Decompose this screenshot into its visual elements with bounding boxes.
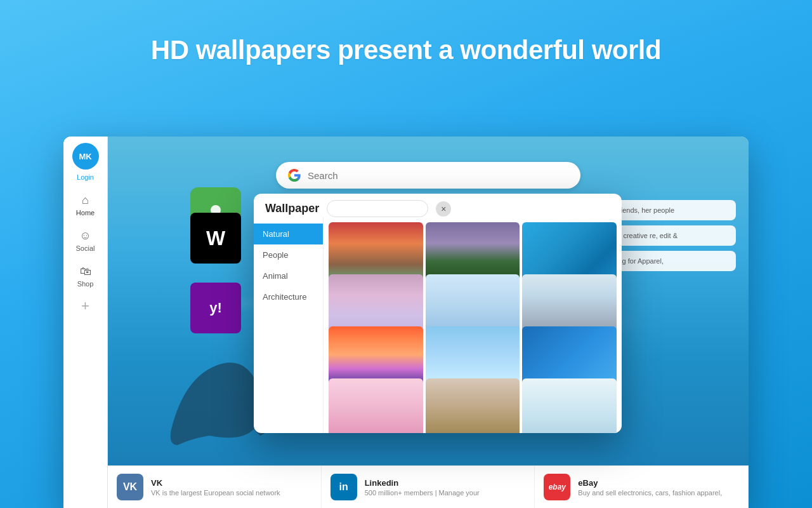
sidebar-card-1: friends, her people: [609, 200, 736, 220]
modal-header-row: Wallpaper 🔍 ×: [254, 194, 622, 217]
app-item-vk[interactable]: VK VK VK is the largest European social …: [108, 465, 322, 508]
login-label[interactable]: Login: [77, 173, 94, 181]
category-natural[interactable]: Natural: [254, 224, 323, 244]
vk-logo: VK: [117, 474, 143, 500]
modal-body: Natural People Animal Architecture: [254, 217, 622, 433]
linkedin-text: Linkedin 500 million+ members | Manage y…: [365, 478, 526, 497]
wallpaper-thumb-12[interactable]: [522, 378, 617, 433]
vk-text: VK VK is the largest European social net…: [151, 478, 312, 497]
sidebar-card-3: ing for Apparel,: [609, 251, 736, 271]
ebay-text: eBay Buy and sell electronics, cars, fas…: [578, 478, 739, 497]
add-button[interactable]: +: [81, 298, 89, 314]
sidebar-item-social-label: Social: [76, 244, 95, 252]
sidebar-card-1-text: friends, her people: [617, 206, 674, 214]
sidebar-item-shop-label: Shop: [77, 280, 94, 288]
yahoo-icon[interactable]: y!: [190, 283, 241, 333]
modal-search-wrap: 🔍: [327, 200, 428, 217]
sidebar-cards: friends, her people & creative re, edit …: [609, 200, 736, 271]
modal-categories: Natural People Animal Architecture: [254, 217, 324, 433]
home-icon: ⌂: [82, 194, 89, 207]
sidebar: MK Login ⌂ Home ☺ Social 🛍 Shop +: [63, 137, 108, 508]
wallpaper-modal: Wallpaper 🔍 × Natural People Animal Arch…: [254, 194, 622, 433]
search-input[interactable]: [308, 170, 569, 181]
category-animal[interactable]: Animal: [254, 265, 323, 286]
shop-icon: 🛍: [80, 265, 91, 278]
ebay-desc: Buy and sell electronics, cars, fashion …: [578, 489, 739, 497]
wikipedia-icon[interactable]: W: [190, 213, 241, 264]
linkedin-name: Linkedin: [365, 478, 526, 488]
wallpaper-grid: [324, 217, 622, 433]
wallpaper-thumb-11[interactable]: [426, 378, 520, 433]
vk-logo-text: VK: [123, 481, 137, 493]
sidebar-card-3-text: ing for Apparel,: [617, 257, 664, 265]
category-architecture[interactable]: Architecture: [254, 286, 323, 307]
avatar[interactable]: MK: [72, 143, 99, 170]
sidebar-item-social[interactable]: ☺ Social: [63, 224, 107, 257]
modal-search-input[interactable]: [327, 200, 428, 217]
main-content: W y! friends, her people & creative re, …: [108, 137, 749, 508]
sidebar-item-home[interactable]: ⌂ Home: [63, 189, 107, 222]
ebay-logo-text: ebay: [549, 483, 566, 491]
app-item-ebay[interactable]: ebay eBay Buy and sell electronics, cars…: [535, 465, 749, 508]
ebay-name: eBay: [578, 478, 739, 488]
linkedin-logo: in: [331, 474, 357, 500]
vk-desc: VK is the largest European social networ…: [151, 489, 312, 497]
sidebar-item-home-label: Home: [76, 209, 95, 217]
sidebar-card-2: & creative re, edit &: [609, 225, 736, 246]
linkedin-logo-text: in: [339, 481, 348, 493]
social-icon: ☺: [79, 229, 91, 243]
category-people[interactable]: People: [254, 244, 323, 265]
modal-title: Wallpaper: [265, 202, 319, 215]
ebay-logo: ebay: [544, 474, 570, 500]
vk-name: VK: [151, 478, 312, 488]
modal-close-button[interactable]: ×: [436, 201, 451, 217]
search-bar: [276, 162, 580, 189]
hero-title: HD wallpapers present a wonderful world: [0, 35, 812, 65]
app-icons-row: VK VK VK is the largest European social …: [108, 465, 749, 508]
browser-window: MK Login ⌂ Home ☺ Social 🛍 Shop +: [63, 137, 749, 508]
app-item-linkedin[interactable]: in Linkedin 500 million+ members | Manag…: [322, 465, 535, 508]
wallpaper-thumb-10[interactable]: [329, 378, 423, 433]
sidebar-item-shop[interactable]: 🛍 Shop: [63, 260, 107, 293]
sidebar-card-2-text: & creative re, edit &: [617, 232, 678, 239]
linkedin-desc: 500 million+ members | Manage your: [365, 489, 526, 497]
google-logo: [287, 168, 301, 182]
